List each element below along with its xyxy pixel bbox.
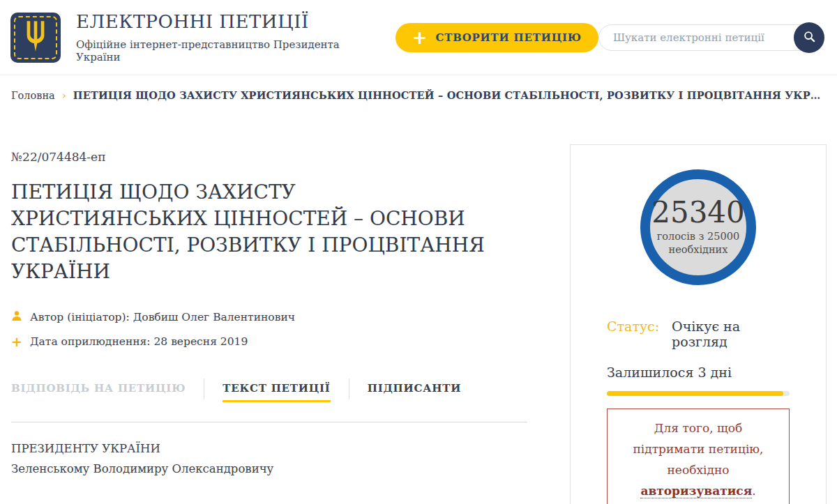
status-label: Статус: <box>607 319 659 334</box>
header: ЕЛЕКТРОННІ ПЕТИЦІЇ Офіційне інтернет-пре… <box>0 0 837 75</box>
petition-number: №22/074484-еп <box>11 150 527 164</box>
vote-count: 25340 <box>651 198 745 227</box>
author-text: Автор (ініціатор): Довбиш Олег Валентино… <box>30 311 295 323</box>
tab-signers[interactable]: ПІДПИСАНТИ <box>368 382 462 402</box>
auth-notice-text: Для того, щоб підтримати петицію, необхі… <box>633 421 763 477</box>
petition-meta: Автор (ініціатор): Довбиш Олег Валентино… <box>11 310 527 348</box>
status-value: Очікує на розгляд <box>672 319 790 349</box>
progress-bar <box>607 391 790 396</box>
author-row: Автор (ініціатор): Довбиш Олег Валентино… <box>11 310 527 324</box>
addressee-line-2: Зеленському Володимиру Олександровичу <box>11 462 527 475</box>
tab-petition-text[interactable]: ТЕКСТ ПЕТИЦІЇ <box>223 382 330 402</box>
content-divider <box>11 422 527 422</box>
logo-ornament-border <box>14 16 57 59</box>
auth-notice-suffix: . <box>752 484 755 498</box>
site-logo[interactable] <box>10 13 61 63</box>
search-button[interactable] <box>794 22 824 53</box>
date-text: Дата оприлюднення: 28 вересня 2019 <box>30 335 248 348</box>
days-remaining: Залишилося 3 дні <box>607 365 790 380</box>
chevron-right-icon: › <box>62 89 66 102</box>
petition-main: №22/074484-еп ПЕТИЦІЯ ЩОДО ЗАХИСТУ ХРИСТ… <box>11 150 527 475</box>
search-icon <box>803 30 816 45</box>
brand-title: ЕЛЕКТРОННІ ПЕТИЦІЇ <box>76 11 351 32</box>
tab-divider <box>349 379 349 399</box>
breadcrumb-home-link[interactable]: Головна <box>11 90 55 101</box>
authorize-link[interactable]: авторизуватися <box>640 484 752 498</box>
breadcrumb-current: ПЕТИЦІЯ ЩОДО ЗАХИСТУ ХРИСТИЯНСЬКИХ ЦІННО… <box>73 89 826 101</box>
vote-sub-line-2: необхідних <box>657 243 739 257</box>
person-icon <box>11 310 22 324</box>
plus-icon: + <box>412 30 428 45</box>
date-row: + Дата оприлюднення: 28 вересня 2019 <box>11 335 527 348</box>
petition-tabs: ВІДПОВІДЬ НА ПЕТИЦІЮ ТЕКСТ ПЕТИЦІЇ ПІДПИ… <box>11 379 527 405</box>
vote-counter-circle: 25340 голосів з 25000 необхідних <box>640 169 756 285</box>
vote-sub-text: голосів з 25000 необхідних <box>657 230 739 257</box>
petition-body: ПРЕЗИДЕНТУ УКРАЇНИ Зеленському Володимир… <box>11 442 527 475</box>
brand-block: ЕЛЕКТРОННІ ПЕТИЦІЇ Офіційне інтернет-пре… <box>76 11 351 63</box>
search-input[interactable] <box>598 24 823 51</box>
status-row: Статус: Очікує на розгляд <box>607 319 790 349</box>
plus-bullet-icon: + <box>11 336 22 347</box>
tab-divider <box>204 379 204 399</box>
create-petition-button-label: СТВОРИТИ ПЕТИЦІЮ <box>436 31 582 44</box>
petition-title: ПЕТИЦІЯ ЩОДО ЗАХИСТУ ХРИСТИЯНСЬКИХ ЦІННО… <box>11 179 492 285</box>
petition-status-card: 25340 голосів з 25000 необхідних Статус:… <box>570 144 827 504</box>
auth-notice-box: Для того, щоб підтримати петицію, необхі… <box>607 408 790 504</box>
vote-sub-line-1: голосів з 25000 <box>657 230 739 243</box>
brand-subtitle: Офіційне інтернет-представництво Президе… <box>76 38 351 63</box>
breadcrumb: Головна › ПЕТИЦІЯ ЩОДО ЗАХИСТУ ХРИСТИЯНС… <box>0 75 837 102</box>
create-petition-button[interactable]: + СТВОРИТИ ПЕТИЦІЮ <box>395 23 598 52</box>
tab-petition-answer: ВІДПОВІДЬ НА ПЕТИЦІЮ <box>11 382 186 402</box>
search-bar <box>598 24 823 52</box>
progress-fill <box>607 391 783 396</box>
addressee-line-1: ПРЕЗИДЕНТУ УКРАЇНИ <box>11 442 527 455</box>
